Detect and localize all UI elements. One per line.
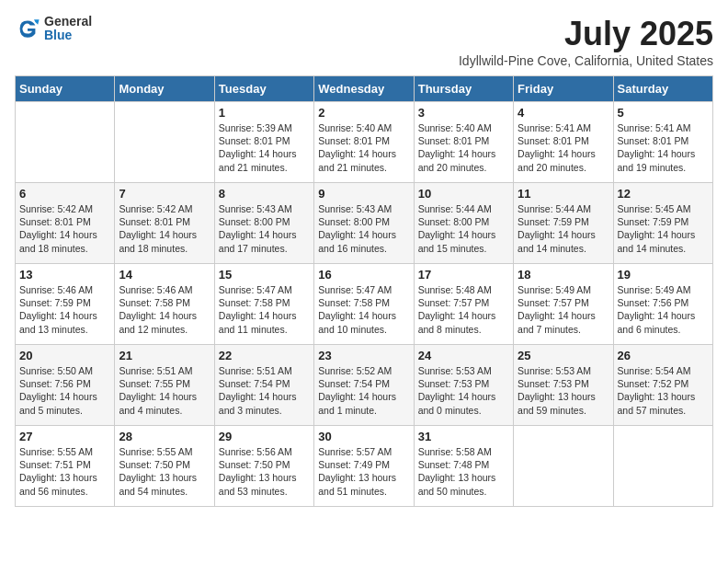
calendar-week-2: 6Sunrise: 5:42 AM Sunset: 8:01 PM Daylig…: [16, 183, 713, 264]
calendar-cell: 29Sunrise: 5:56 AM Sunset: 7:50 PM Dayli…: [214, 426, 313, 507]
calendar-cell: 9Sunrise: 5:43 AM Sunset: 8:00 PM Daylig…: [314, 183, 414, 264]
calendar-cell: 7Sunrise: 5:42 AM Sunset: 8:01 PM Daylig…: [115, 183, 214, 264]
day-number: 7: [119, 187, 210, 201]
day-info: Sunrise: 5:43 AM Sunset: 8:00 PM Dayligh…: [318, 202, 409, 255]
day-number: 15: [219, 268, 310, 282]
day-info: Sunrise: 5:39 AM Sunset: 8:01 PM Dayligh…: [219, 121, 310, 174]
day-info: Sunrise: 5:41 AM Sunset: 8:01 PM Dayligh…: [618, 121, 709, 174]
day-info: Sunrise: 5:55 AM Sunset: 7:51 PM Dayligh…: [19, 445, 110, 498]
day-info: Sunrise: 5:40 AM Sunset: 8:01 PM Dayligh…: [418, 121, 509, 174]
calendar-cell: 15Sunrise: 5:47 AM Sunset: 7:58 PM Dayli…: [214, 264, 313, 345]
day-info: Sunrise: 5:51 AM Sunset: 7:54 PM Dayligh…: [219, 364, 310, 417]
calendar-cell: 11Sunrise: 5:44 AM Sunset: 7:59 PM Dayli…: [514, 183, 613, 264]
calendar-cell: [16, 102, 115, 183]
calendar-cell: 5Sunrise: 5:41 AM Sunset: 8:01 PM Daylig…: [613, 102, 712, 183]
day-info: Sunrise: 5:56 AM Sunset: 7:50 PM Dayligh…: [219, 445, 310, 498]
day-info: Sunrise: 5:52 AM Sunset: 7:54 PM Dayligh…: [318, 364, 409, 417]
calendar-cell: 21Sunrise: 5:51 AM Sunset: 7:55 PM Dayli…: [115, 345, 214, 426]
calendar-cell: 20Sunrise: 5:50 AM Sunset: 7:56 PM Dayli…: [16, 345, 115, 426]
calendar-cell: 30Sunrise: 5:57 AM Sunset: 7:49 PM Dayli…: [314, 426, 414, 507]
day-number: 20: [19, 349, 110, 362]
logo: General Blue: [15, 15, 92, 43]
calendar-cell: 23Sunrise: 5:52 AM Sunset: 7:54 PM Dayli…: [314, 345, 414, 426]
calendar-cell: 18Sunrise: 5:49 AM Sunset: 7:57 PM Dayli…: [514, 264, 613, 345]
day-number: 31: [418, 430, 509, 443]
calendar-cell: 16Sunrise: 5:47 AM Sunset: 7:58 PM Dayli…: [314, 264, 414, 345]
day-info: Sunrise: 5:55 AM Sunset: 7:50 PM Dayligh…: [119, 445, 210, 498]
calendar-cell: 31Sunrise: 5:58 AM Sunset: 7:48 PM Dayli…: [414, 426, 513, 507]
month-title: July 2025: [459, 15, 713, 53]
day-number: 29: [219, 430, 310, 443]
calendar-header-row: SundayMondayTuesdayWednesdayThursdayFrid…: [16, 76, 713, 102]
day-number: 22: [219, 349, 310, 362]
day-number: 4: [518, 106, 609, 120]
day-info: Sunrise: 5:45 AM Sunset: 7:59 PM Dayligh…: [618, 202, 709, 255]
page-header: General Blue July 2025 Idyllwild-Pine Co…: [15, 15, 713, 68]
day-info: Sunrise: 5:57 AM Sunset: 7:49 PM Dayligh…: [318, 445, 409, 498]
calendar-cell: 12Sunrise: 5:45 AM Sunset: 7:59 PM Dayli…: [613, 183, 712, 264]
day-info: Sunrise: 5:47 AM Sunset: 7:58 PM Dayligh…: [318, 283, 409, 336]
logo-icon: [15, 16, 40, 41]
logo-blue-text: Blue: [44, 29, 92, 42]
calendar-cell: 26Sunrise: 5:54 AM Sunset: 7:52 PM Dayli…: [613, 345, 712, 426]
calendar-cell: 24Sunrise: 5:53 AM Sunset: 7:53 PM Dayli…: [414, 345, 513, 426]
day-number: 25: [518, 349, 609, 362]
calendar-week-3: 13Sunrise: 5:46 AM Sunset: 7:59 PM Dayli…: [16, 264, 713, 345]
day-number: 3: [418, 106, 509, 120]
location-title: Idyllwild-Pine Cove, California, United …: [459, 53, 713, 68]
day-info: Sunrise: 5:47 AM Sunset: 7:58 PM Dayligh…: [219, 283, 310, 336]
day-number: 2: [318, 106, 409, 120]
day-number: 19: [618, 268, 709, 282]
day-number: 5: [618, 106, 709, 120]
day-number: 16: [318, 268, 409, 282]
calendar-cell: [115, 102, 214, 183]
day-info: Sunrise: 5:58 AM Sunset: 7:48 PM Dayligh…: [418, 445, 509, 498]
header-day-tuesday: Tuesday: [214, 76, 313, 102]
day-info: Sunrise: 5:49 AM Sunset: 7:56 PM Dayligh…: [618, 283, 709, 336]
header-day-wednesday: Wednesday: [314, 76, 414, 102]
calendar-week-4: 20Sunrise: 5:50 AM Sunset: 7:56 PM Dayli…: [16, 345, 713, 426]
day-info: Sunrise: 5:44 AM Sunset: 8:00 PM Dayligh…: [418, 202, 509, 255]
day-info: Sunrise: 5:53 AM Sunset: 7:53 PM Dayligh…: [418, 364, 509, 417]
calendar-cell: 17Sunrise: 5:48 AM Sunset: 7:57 PM Dayli…: [414, 264, 513, 345]
day-info: Sunrise: 5:50 AM Sunset: 7:56 PM Dayligh…: [19, 364, 110, 417]
day-number: 28: [119, 430, 210, 443]
day-number: 13: [19, 268, 110, 282]
calendar-week-1: 1Sunrise: 5:39 AM Sunset: 8:01 PM Daylig…: [16, 102, 713, 183]
header-day-thursday: Thursday: [414, 76, 513, 102]
day-number: 21: [119, 349, 210, 362]
calendar-cell: 8Sunrise: 5:43 AM Sunset: 8:00 PM Daylig…: [214, 183, 313, 264]
logo-text: General Blue: [44, 15, 92, 43]
calendar-cell: 14Sunrise: 5:46 AM Sunset: 7:58 PM Dayli…: [115, 264, 214, 345]
calendar-cell: 27Sunrise: 5:55 AM Sunset: 7:51 PM Dayli…: [16, 426, 115, 507]
header-day-friday: Friday: [514, 76, 613, 102]
calendar-cell: 19Sunrise: 5:49 AM Sunset: 7:56 PM Dayli…: [613, 264, 712, 345]
day-info: Sunrise: 5:46 AM Sunset: 7:59 PM Dayligh…: [19, 283, 110, 336]
day-info: Sunrise: 5:43 AM Sunset: 8:00 PM Dayligh…: [219, 202, 310, 255]
day-number: 12: [618, 187, 709, 201]
day-number: 9: [318, 187, 409, 201]
day-info: Sunrise: 5:48 AM Sunset: 7:57 PM Dayligh…: [418, 283, 509, 336]
day-number: 18: [518, 268, 609, 282]
day-info: Sunrise: 5:42 AM Sunset: 8:01 PM Dayligh…: [19, 202, 110, 255]
day-number: 8: [219, 187, 310, 201]
day-number: 14: [119, 268, 210, 282]
calendar-cell: 4Sunrise: 5:41 AM Sunset: 8:01 PM Daylig…: [514, 102, 613, 183]
day-number: 6: [19, 187, 110, 201]
day-info: Sunrise: 5:53 AM Sunset: 7:53 PM Dayligh…: [518, 364, 609, 417]
calendar-cell: 13Sunrise: 5:46 AM Sunset: 7:59 PM Dayli…: [16, 264, 115, 345]
day-info: Sunrise: 5:44 AM Sunset: 7:59 PM Dayligh…: [518, 202, 609, 255]
calendar-cell: [613, 426, 712, 507]
calendar-cell: 22Sunrise: 5:51 AM Sunset: 7:54 PM Dayli…: [214, 345, 313, 426]
header-day-monday: Monday: [115, 76, 214, 102]
calendar-cell: 25Sunrise: 5:53 AM Sunset: 7:53 PM Dayli…: [514, 345, 613, 426]
day-info: Sunrise: 5:42 AM Sunset: 8:01 PM Dayligh…: [119, 202, 210, 255]
title-block: July 2025 Idyllwild-Pine Cove, Californi…: [459, 15, 713, 68]
day-info: Sunrise: 5:49 AM Sunset: 7:57 PM Dayligh…: [518, 283, 609, 336]
day-number: 1: [219, 106, 310, 120]
logo-general-text: General: [44, 15, 92, 29]
calendar-cell: 2Sunrise: 5:40 AM Sunset: 8:01 PM Daylig…: [314, 102, 414, 183]
calendar-cell: 10Sunrise: 5:44 AM Sunset: 8:00 PM Dayli…: [414, 183, 513, 264]
calendar-table: SundayMondayTuesdayWednesdayThursdayFrid…: [15, 75, 713, 507]
day-number: 10: [418, 187, 509, 201]
